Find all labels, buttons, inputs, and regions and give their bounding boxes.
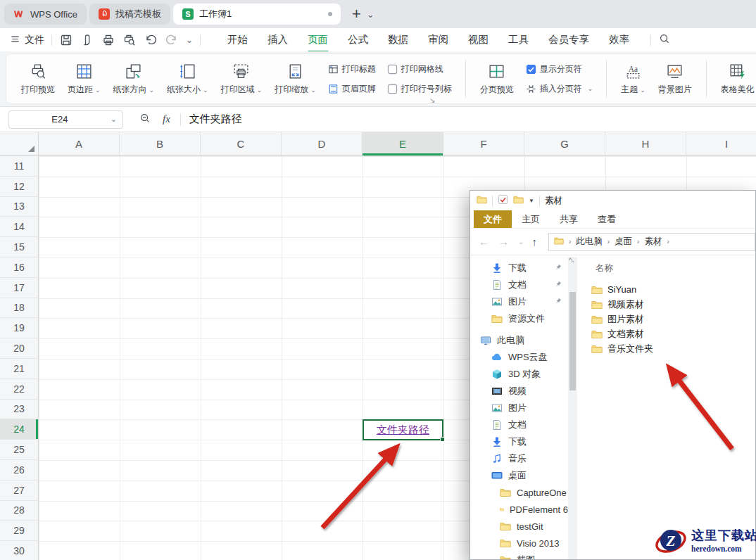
selected-cell-E24[interactable]: 文件夹路径 [363, 419, 443, 440]
tree-item-testGit[interactable]: testGit [470, 518, 568, 535]
ribbon-tab-审阅[interactable]: 审阅 [418, 29, 458, 51]
dialog-launcher-icon[interactable]: ↘ [429, 96, 435, 104]
up-icon[interactable]: ↑ [531, 236, 537, 248]
ribbon-button-orientation[interactable]: 纸张方向⌄ [107, 62, 161, 96]
ribbon-small-页眉页脚[interactable]: 页眉页脚 [328, 83, 376, 95]
tree-item-图片[interactable]: 图片 [470, 400, 568, 416]
name-box[interactable]: E24 ⌄ [8, 110, 123, 129]
name-column-header[interactable]: 名称 [596, 262, 613, 274]
select-all-corner[interactable] [0, 132, 39, 156]
tree-item-音乐[interactable]: 音乐 [470, 450, 568, 467]
ribbon-button-paper-size[interactable]: 纸张大小⌄ [160, 62, 215, 96]
breadcrumb-segment[interactable]: 桌面 [615, 236, 632, 248]
undo-icon[interactable] [144, 33, 158, 47]
row-header-11[interactable]: 11 [0, 156, 39, 177]
column-header-E[interactable]: E [363, 132, 443, 156]
row-header-30[interactable]: 30 [0, 541, 39, 560]
row-header-14[interactable]: 14 [0, 217, 39, 237]
row-header-17[interactable]: 17 [0, 278, 39, 298]
ribbon-tab-会员专享[interactable]: 会员专享 [538, 29, 599, 51]
column-header-B[interactable]: B [120, 132, 201, 156]
tree-item-此电脑[interactable]: 此电脑 [470, 332, 568, 349]
row-header-20[interactable]: 20 [0, 338, 39, 359]
ribbon-tab-插入[interactable]: 插入 [258, 29, 298, 51]
print-preview-icon[interactable] [122, 33, 137, 47]
ribbon-button-margins[interactable]: 页边距⌄ [61, 62, 107, 96]
tree-item-下载[interactable]: 下载 [470, 260, 568, 276]
ribbon-button-background-image[interactable]: 背景图片 [652, 62, 698, 96]
document-tab[interactable]: WPS Office [4, 4, 87, 25]
quick-access-folder-icon[interactable] [513, 194, 524, 207]
back-icon[interactable]: ← [479, 236, 489, 248]
formula-bar-value[interactable]: 文件夹路径 [189, 113, 242, 126]
row-header-23[interactable]: 23 [0, 400, 39, 420]
tree-item-Visio 2013[interactable]: Visio 2013 [470, 535, 568, 552]
fill-handle[interactable] [440, 437, 445, 442]
tree-item-视频[interactable]: 视频 [470, 383, 568, 400]
tree-item-截图[interactable]: 截图 [470, 552, 568, 559]
scrollbar-thumb[interactable] [569, 292, 576, 390]
ribbon-tab-页面[interactable]: 页面 [298, 29, 338, 51]
tree-item-PDFelement 6[interactable]: PDFelement 6 [470, 501, 568, 518]
cell-hyperlink-text[interactable]: 文件夹路径 [377, 424, 429, 437]
checkbox-unchecked-icon[interactable] [387, 84, 398, 94]
breadcrumb-segment[interactable]: 此电脑 [576, 236, 603, 248]
ribbon-small-打印标题[interactable]: 打印标题 [328, 63, 376, 75]
row-header-22[interactable]: 22 [0, 379, 39, 400]
checkbox-unchecked-icon[interactable] [387, 64, 398, 75]
row-header-16[interactable]: 16 [0, 257, 39, 278]
row-header-12[interactable]: 12 [0, 177, 39, 197]
explorer-tab-主页[interactable]: 主页 [512, 210, 550, 228]
row-header-18[interactable]: 18 [0, 298, 39, 319]
insert-function-icon[interactable]: fx [163, 113, 170, 125]
file-item-视频素材[interactable]: 视频素材 [591, 297, 644, 312]
row-header-21[interactable]: 21 [0, 359, 39, 379]
tree-item-文档[interactable]: 文档 [470, 276, 568, 293]
row-header-25[interactable]: 25 [0, 440, 39, 460]
ribbon-button-page-break-preview[interactable]: 分页预览 [474, 62, 520, 96]
ribbon-small-显示分页符[interactable]: 显示分页符 [526, 63, 593, 75]
tree-item-CaptureOne[interactable]: CaptureOne [470, 484, 568, 501]
row-header-28[interactable]: 28 [0, 501, 39, 521]
qat-dropdown-icon[interactable]: ▼ [529, 198, 534, 204]
ribbon-button-print-scale[interactable]: 打印缩放⌄ [268, 62, 322, 96]
row-header-26[interactable]: 26 [0, 460, 39, 481]
explorer-tab-查看[interactable]: 查看 [588, 210, 626, 228]
tree-item-下载[interactable]: 下载 [470, 433, 568, 450]
row-header-15[interactable]: 15 [0, 237, 39, 257]
ribbon-tab-工具[interactable]: 工具 [498, 29, 538, 51]
ribbon-tab-公式[interactable]: 公式 [338, 29, 378, 51]
new-tab-button[interactable]: + [352, 6, 361, 22]
ribbon-button-print-preview-lg[interactable]: 打印预览 [15, 62, 61, 96]
tree-item-WPS云盘[interactable]: WPS云盘 [470, 349, 568, 366]
name-box-chevron-icon[interactable]: ⌄ [111, 115, 117, 124]
explorer-tab-文件[interactable]: 文件 [474, 210, 512, 228]
row-header-24[interactable]: 24 [0, 419, 39, 440]
column-header-G[interactable]: G [524, 132, 605, 156]
address-bar[interactable]: ›此电脑›桌面›素材› [548, 233, 755, 251]
explorer-title-bar[interactable]: ▼ 素材 [470, 191, 755, 210]
tree-item-文档[interactable]: 文档 [470, 416, 568, 433]
recent-locations-chevron-icon[interactable]: ⌄ [518, 238, 524, 246]
column-header-C[interactable]: C [201, 132, 282, 156]
quick-access-check-icon[interactable] [498, 194, 508, 207]
row-header-29[interactable]: 29 [0, 521, 39, 541]
file-item-文档素材[interactable]: 文档素材 [591, 326, 644, 341]
checkbox-checked-icon[interactable] [526, 64, 536, 75]
ribbon-tab-开始[interactable]: 开始 [218, 29, 258, 51]
file-item-SiYuan[interactable]: SiYuan [591, 282, 636, 297]
redo-icon[interactable] [165, 33, 179, 47]
column-header-D[interactable]: D [282, 132, 363, 156]
ribbon-tab-数据[interactable]: 数据 [378, 29, 418, 51]
document-tab[interactable]: S工作簿1 [173, 4, 341, 25]
tree-item-桌面[interactable]: 桌面 [470, 467, 568, 484]
file-item-音乐文件夹[interactable]: 音乐文件夹 [591, 341, 653, 356]
forward-icon[interactable]: → [498, 236, 509, 248]
ribbon-collapse-caret-icon[interactable]: ^ [569, 257, 572, 264]
ribbon-small-插入分页符[interactable]: 插入分页符⌄ [526, 83, 593, 95]
document-tab[interactable]: 找稿壳模板 [89, 4, 170, 25]
save-icon[interactable] [59, 33, 73, 47]
tab-list-chevron-icon[interactable]: ⌄ [367, 9, 374, 20]
ribbon-tab-视图[interactable]: 视图 [458, 29, 498, 51]
column-header-A[interactable]: A [39, 132, 120, 156]
